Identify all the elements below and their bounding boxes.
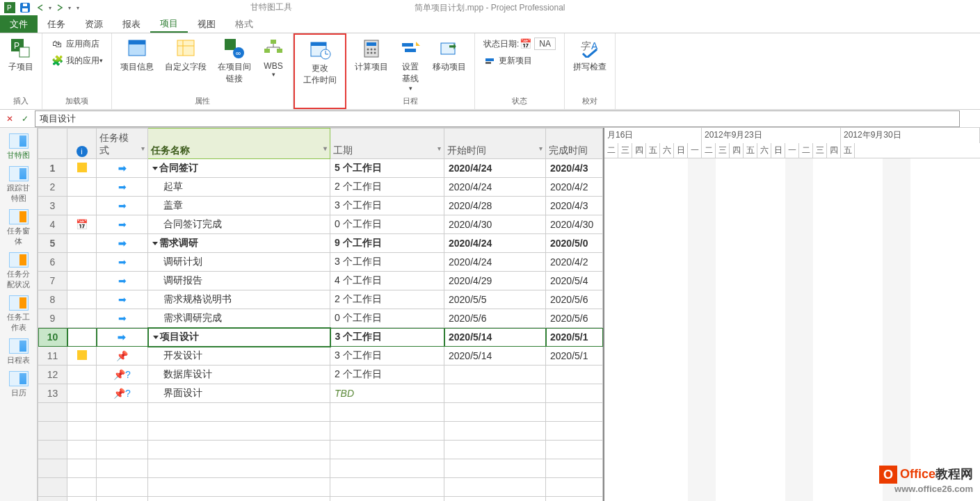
row-number[interactable]: 4 bbox=[38, 215, 67, 234]
duration-cell[interactable]: 2 个工作日 bbox=[330, 366, 444, 384]
finish-cell[interactable]: 2020/4/2 bbox=[546, 253, 603, 272]
finish-cell[interactable]: 2020/5/6 bbox=[546, 290, 603, 309]
tab-view[interactable]: 视图 bbox=[188, 15, 225, 33]
view-task-usage[interactable]: 任务分 配状况 bbox=[0, 251, 37, 291]
name-cell[interactable]: 起草 bbox=[148, 178, 330, 197]
name-cell[interactable]: 调研计划 bbox=[148, 253, 330, 272]
task-row[interactable]: 5➡需求调研9 个工作日2020/4/242020/5/0 bbox=[38, 234, 603, 253]
finish-cell[interactable]: 2020/5/0 bbox=[546, 234, 603, 253]
name-cell[interactable]: 合同签订完成 bbox=[148, 215, 330, 234]
mode-cell[interactable]: ➡ bbox=[97, 328, 148, 347]
redo-icon[interactable] bbox=[54, 2, 65, 13]
tab-project[interactable]: 项目 bbox=[150, 15, 188, 33]
duration-cell[interactable]: 3 个工作日 bbox=[330, 347, 444, 366]
finish-cell[interactable] bbox=[546, 366, 603, 384]
indicator-cell[interactable] bbox=[67, 347, 97, 366]
task-row[interactable]: 4📅➡合同签订完成0 个工作日2020/4/302020/4/30 bbox=[38, 215, 603, 234]
duration-cell[interactable]: 5 个工作日 bbox=[330, 159, 444, 178]
header-task-name[interactable]: 任务名称▾ bbox=[148, 129, 330, 159]
finish-cell[interactable]: 2020/5/6 bbox=[546, 309, 603, 328]
gantt-body[interactable] bbox=[604, 158, 980, 501]
row-number[interactable]: 11 bbox=[38, 347, 67, 366]
indicator-cell[interactable] bbox=[67, 384, 97, 403]
start-cell[interactable]: 2020/4/29 bbox=[444, 272, 546, 290]
save-icon[interactable] bbox=[19, 2, 31, 13]
duration-cell[interactable]: 9 个工作日 bbox=[330, 234, 444, 253]
indicator-cell[interactable] bbox=[67, 272, 97, 290]
task-row[interactable]: 13📌?界面设计TBD bbox=[38, 384, 603, 403]
empty-row[interactable] bbox=[38, 422, 603, 441]
indicator-cell[interactable] bbox=[67, 309, 97, 328]
row-number[interactable]: 5 bbox=[38, 234, 67, 253]
name-cell[interactable]: 开发设计 bbox=[148, 347, 330, 366]
undo-dropdown-icon[interactable]: ▾ bbox=[49, 5, 51, 11]
name-cell[interactable]: 界面设计 bbox=[148, 384, 330, 403]
view-tracking-gantt[interactable]: 跟踪甘 特图 bbox=[0, 165, 37, 205]
finish-cell[interactable]: 2020/5/4 bbox=[546, 272, 603, 290]
finish-cell[interactable]: 2020/4/30 bbox=[546, 215, 603, 234]
tab-file[interactable]: 文件 bbox=[0, 15, 38, 33]
task-row[interactable]: 12📌?数据库设计2 个工作日 bbox=[38, 366, 603, 384]
mode-cell[interactable]: ➡ bbox=[97, 290, 148, 309]
mode-cell[interactable]: ➡ bbox=[97, 272, 148, 290]
indicator-cell[interactable] bbox=[67, 197, 97, 215]
name-cell[interactable]: 数据库设计 bbox=[148, 366, 330, 384]
indicator-cell[interactable] bbox=[67, 253, 97, 272]
qat-custom-dropdown-icon[interactable]: ▾ bbox=[77, 5, 79, 11]
start-cell[interactable]: 2020/4/30 bbox=[444, 215, 546, 234]
start-cell[interactable] bbox=[444, 384, 546, 403]
mode-cell[interactable]: 📌? bbox=[97, 366, 148, 384]
tab-task[interactable]: 任务 bbox=[38, 15, 75, 33]
indicator-cell[interactable] bbox=[67, 159, 97, 178]
header-duration[interactable]: 工期▾ bbox=[330, 129, 444, 159]
filter-icon[interactable]: ▾ bbox=[437, 145, 441, 152]
finish-cell[interactable]: 2020/5/1 bbox=[546, 328, 603, 347]
task-row[interactable]: 7➡调研报告4 个工作日2020/4/292020/5/4 bbox=[38, 272, 603, 290]
status-date-control[interactable]: 状态日期: 📅 NA bbox=[481, 36, 559, 51]
indicator-cell[interactable] bbox=[67, 234, 97, 253]
duration-cell[interactable]: 3 个工作日 bbox=[330, 253, 444, 272]
spelling-button[interactable]: 字A拼写检查 bbox=[570, 36, 609, 74]
custom-fields-button[interactable]: 自定义字段 bbox=[162, 36, 209, 74]
filter-icon[interactable]: ▾ bbox=[323, 145, 327, 152]
task-row[interactable]: 1➡合同签订5 个工作日2020/4/242020/4/3 bbox=[38, 159, 603, 178]
row-number[interactable]: 10 bbox=[38, 328, 67, 347]
my-apps-button[interactable]: 🧩我的应用 ▾ bbox=[48, 53, 106, 68]
task-row[interactable]: 8➡需求规格说明书2 个工作日2020/5/52020/5/6 bbox=[38, 290, 603, 309]
collapse-icon[interactable] bbox=[152, 167, 158, 170]
mode-cell[interactable]: 📌 bbox=[97, 347, 148, 366]
filter-icon[interactable]: ▾ bbox=[539, 145, 543, 152]
name-cell[interactable]: 盖章 bbox=[148, 197, 330, 215]
mode-cell[interactable]: ➡ bbox=[97, 178, 148, 197]
project-info-button[interactable]: 项目信息 bbox=[118, 36, 156, 74]
move-project-button[interactable]: 移动项目 bbox=[430, 36, 469, 74]
mode-cell[interactable]: ➡ bbox=[97, 253, 148, 272]
header-task-mode[interactable]: 任务模 式▾ bbox=[97, 129, 148, 159]
row-number[interactable]: 1 bbox=[38, 159, 67, 178]
indicator-cell[interactable] bbox=[67, 290, 97, 309]
header-corner[interactable] bbox=[38, 129, 67, 159]
row-number[interactable]: 2 bbox=[38, 178, 67, 197]
start-cell[interactable]: 2020/4/24 bbox=[444, 159, 546, 178]
start-cell[interactable]: 2020/5/5 bbox=[444, 290, 546, 309]
gantt-chart[interactable]: 月16日 2012年9月23日 2012年9月30日 二三四五六日一二三四五六日… bbox=[603, 128, 980, 501]
collapse-icon[interactable] bbox=[152, 242, 158, 245]
empty-row[interactable] bbox=[38, 441, 603, 459]
row-number[interactable]: 12 bbox=[38, 366, 67, 384]
start-cell[interactable] bbox=[444, 366, 546, 384]
start-cell[interactable]: 2020/4/28 bbox=[444, 197, 546, 215]
name-cell[interactable]: 调研报告 bbox=[148, 272, 330, 290]
view-task-form[interactable]: 任务窗 体 bbox=[0, 208, 37, 248]
duration-cell[interactable]: 0 个工作日 bbox=[330, 309, 444, 328]
task-row[interactable]: 6➡调研计划3 个工作日2020/4/242020/4/2 bbox=[38, 253, 603, 272]
indicator-cell[interactable] bbox=[67, 366, 97, 384]
redo-dropdown-icon[interactable]: ▾ bbox=[68, 5, 71, 11]
task-row[interactable]: 11📌开发设计3 个工作日2020/5/142020/5/1 bbox=[38, 347, 603, 366]
row-number[interactable]: 13 bbox=[38, 384, 67, 403]
subproject-button[interactable]: P 子项目 bbox=[6, 36, 36, 74]
duration-cell[interactable]: 2 个工作日 bbox=[330, 290, 444, 309]
start-cell[interactable]: 2020/4/24 bbox=[444, 253, 546, 272]
mode-cell[interactable]: ➡ bbox=[97, 197, 148, 215]
start-cell[interactable]: 2020/5/14 bbox=[444, 328, 546, 347]
links-between-projects-button[interactable]: ∞在项目间 链接 bbox=[215, 36, 254, 86]
